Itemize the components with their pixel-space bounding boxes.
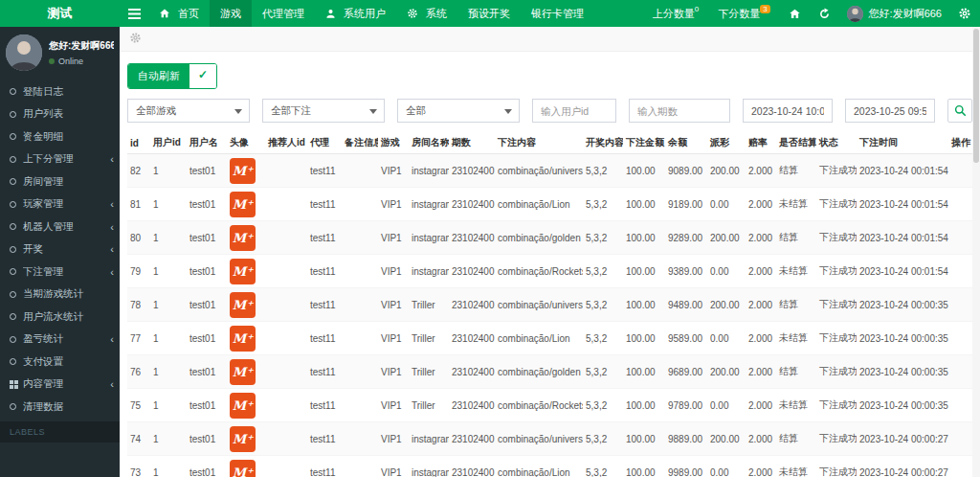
nav-item-2[interactable]: 代理管理 <box>252 0 315 27</box>
table-row[interactable]: 78 1 test01 M⁺ test11 VIP1 Triller 23102… <box>127 288 979 322</box>
cell-room-name: instagram <box>409 188 449 221</box>
table-row[interactable]: 79 1 test01 M⁺ test11 VIP1 instagram 231… <box>127 255 979 288</box>
cell-balance: 9089.00 <box>665 154 707 188</box>
cell-id: 77 <box>127 322 150 355</box>
cell-bet-content: combinação/universe <box>495 288 583 322</box>
cell-bet-amount: 100.00 <box>623 355 665 389</box>
cell-payout: 0.00 <box>707 456 746 477</box>
cell-settled: 结算 <box>776 154 816 188</box>
cell-odds: 2.000 <box>746 355 776 389</box>
sidebar-item-0[interactable]: 登陆日志 <box>0 80 120 103</box>
table-row[interactable]: 80 1 test01 M⁺ test11 VIP1 instagram 231… <box>127 221 979 255</box>
nav-item-6[interactable]: 银行卡管理 <box>521 0 594 27</box>
circle-icon <box>10 178 16 185</box>
scrollbar[interactable] <box>972 27 980 477</box>
column-header-2: 用户名 <box>187 132 227 154</box>
cell-room-name: instagram <box>409 221 449 255</box>
sidebar-item-7[interactable]: 开奖 ‹ <box>0 238 120 261</box>
cell-agent: test11 <box>307 322 342 355</box>
cell-avatar: M⁺ <box>227 288 265 322</box>
cell-username: test01 <box>187 322 227 355</box>
sidebar-item-label: 上下分管理 <box>23 152 107 166</box>
sidebar-item-3[interactable]: 上下分管理 ‹ <box>0 148 120 171</box>
sidebar-item-12[interactable]: 支付设置 <box>0 351 120 374</box>
sidebar-item-5[interactable]: 玩家管理 ‹ <box>0 193 120 216</box>
sidebar-item-2[interactable]: 资金明细 <box>0 125 120 148</box>
up-score-badge: 0 <box>695 5 699 13</box>
refresh-icon[interactable] <box>810 0 839 27</box>
sidebar-item-1[interactable]: 用户列表 <box>0 103 120 126</box>
date-to-input[interactable] <box>845 99 935 123</box>
cell-avatar: M⁺ <box>227 355 265 389</box>
user-menu[interactable]: 您好:发财啊666 <box>839 0 949 27</box>
cell-status: 下注成功 <box>816 422 857 456</box>
settings-gear-icon[interactable] <box>129 31 142 48</box>
nav-item-0[interactable]: 首页 <box>148 0 210 27</box>
scrollbar-thumb[interactable] <box>973 29 979 163</box>
column-header-9: 期数 <box>449 132 495 154</box>
user-id-input[interactable] <box>532 99 616 123</box>
cell-game: VIP1 <box>378 322 409 355</box>
chevron-left-icon: ‹ <box>110 153 114 165</box>
app-root: 测试 您好:发财啊666 Online 登陆日志 用户列表 资金明细 <box>0 0 980 477</box>
cell-referrer-id <box>265 456 307 477</box>
column-header-3: 头像 <box>227 132 265 154</box>
cell-room-name: Triller <box>409 389 449 422</box>
cell-balance: 9789.00 <box>665 389 707 422</box>
table-row[interactable]: 73 1 test01 M⁺ test11 VIP1 instagram 231… <box>127 456 979 477</box>
cell-period: 231024001 <box>449 255 495 288</box>
column-header-11: 开奖内容 <box>583 132 623 154</box>
cell-period: 231024001 <box>449 389 495 422</box>
down-score-count-button[interactable]: 下分数量3 <box>708 0 779 27</box>
hamburger-menu-icon[interactable] <box>120 0 148 27</box>
up-score-count-button[interactable]: 上分数量0 <box>643 0 708 27</box>
cell-agent: test11 <box>307 154 342 188</box>
cell-referrer-id <box>265 255 307 288</box>
sidebar-item-4[interactable]: 房间管理 <box>0 170 120 193</box>
status-filter-select[interactable]: 全部 <box>397 99 520 123</box>
app-logo[interactable]: 测试 <box>0 0 120 27</box>
cogs-icon[interactable] <box>949 0 980 27</box>
sidebar-item-13[interactable]: 内容管理 ‹ <box>0 374 120 397</box>
home-icon[interactable] <box>780 0 810 27</box>
cell-game: VIP1 <box>378 422 409 456</box>
cell-bet-amount: 100.00 <box>623 389 665 422</box>
nav-item-3[interactable]: 系统用户 <box>315 0 396 27</box>
table-row[interactable]: 81 1 test01 M⁺ test11 VIP1 instagram 231… <box>127 188 979 221</box>
topnav-right: 上分数量0 下分数量3 您好:发财啊666 <box>643 0 980 27</box>
table-row[interactable]: 82 1 test01 M⁺ test11 VIP1 instagram 231… <box>127 154 979 188</box>
search-button[interactable] <box>947 99 972 123</box>
chevron-down-icon <box>234 109 242 114</box>
auto-refresh-toggle[interactable]: 自动刷新 ✓ <box>127 63 217 89</box>
table-row[interactable]: 77 1 test01 M⁺ test11 VIP1 Triller 23102… <box>127 322 979 355</box>
date-from-input[interactable] <box>743 99 833 123</box>
sidebar-item-9[interactable]: 当期游戏统计 <box>0 284 120 307</box>
cell-user-id: 1 <box>150 389 187 422</box>
table-row[interactable]: 75 1 test01 M⁺ test11 VIP1 Triller 23102… <box>127 389 979 422</box>
nav-item-4[interactable]: 系统 <box>396 0 457 27</box>
game-filter-select[interactable]: 全部游戏 <box>127 99 250 123</box>
cell-avatar: M⁺ <box>227 422 265 456</box>
sidebar-user-status: Online <box>49 57 114 66</box>
sidebar-item-6[interactable]: 机器人管理 ‹ <box>0 216 120 238</box>
period-input[interactable] <box>629 99 730 123</box>
nav-item-1[interactable]: 游戏 <box>210 0 252 27</box>
sidebar-user-greeting: 您好:发财啊666 <box>49 39 114 53</box>
bet-filter-select[interactable]: 全部下注 <box>262 99 385 123</box>
cell-username: test01 <box>187 422 227 456</box>
nav-item-5[interactable]: 预设开奖 <box>457 0 521 27</box>
cell-status: 下注成功 <box>816 221 857 255</box>
cell-odds: 2.000 <box>746 154 776 188</box>
sidebar-item-8[interactable]: 下注管理 ‹ <box>0 261 120 284</box>
table-row[interactable]: 76 1 test01 M⁺ test11 VIP1 Triller 23102… <box>127 355 979 389</box>
sidebar-item-10[interactable]: 用户流水统计 <box>0 306 120 329</box>
cell-status: 下注成功 <box>816 456 857 477</box>
sidebar-item-14[interactable]: 清理数据 <box>0 396 120 419</box>
sidebar-item-11[interactable]: 盈亏统计 ‹ <box>0 329 120 352</box>
cell-avatar: M⁺ <box>227 322 265 355</box>
circle-icon <box>10 336 16 343</box>
column-header-8: 房间名称 <box>409 132 449 154</box>
cell-id: 81 <box>127 188 150 221</box>
cell-username: test01 <box>187 288 227 322</box>
table-row[interactable]: 74 1 test01 M⁺ test11 VIP1 instagram 231… <box>127 422 979 456</box>
